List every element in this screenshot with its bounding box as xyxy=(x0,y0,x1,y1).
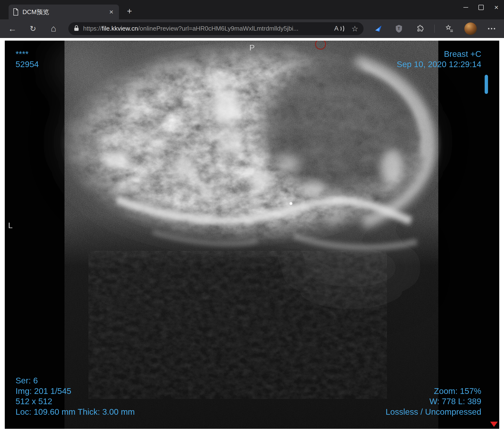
address-bar-actions: A ☆ xyxy=(334,24,358,33)
tab-close-button[interactable]: × xyxy=(107,8,116,16)
slice-location: Loc: 109.60 mm Thick: 3.00 mm xyxy=(16,407,135,417)
lock-icon[interactable] xyxy=(73,25,79,33)
maximize-button[interactable] xyxy=(473,0,489,15)
compression-info: Lossless / Uncompressed xyxy=(386,407,481,417)
overlay-top-left: **** 52954 xyxy=(16,49,39,70)
maximize-icon xyxy=(478,5,484,10)
new-tab-button[interactable]: + xyxy=(124,6,135,17)
svg-text:T: T xyxy=(398,27,400,31)
extension-icon-blue[interactable] xyxy=(373,23,384,34)
overlay-bottom-left: Ser: 6 Img: 201 1/545 512 x 512 Loc: 109… xyxy=(16,375,135,417)
overlay-top-right: Breast +C Sep 10, 2020 12:29:14 xyxy=(397,49,481,70)
browser-tab[interactable]: DCM预览 × xyxy=(9,5,119,19)
back-button[interactable]: ← xyxy=(7,23,18,34)
favorites-hub-icon[interactable] xyxy=(444,23,455,34)
extensions-puzzle-icon[interactable] xyxy=(414,23,425,34)
patient-name-masked: **** xyxy=(16,49,39,59)
zoom-level: Zoom: 157% xyxy=(386,386,481,396)
study-description: Breast +C xyxy=(397,49,481,59)
document-icon xyxy=(13,8,19,16)
dicom-canvas[interactable]: **** 52954 P L Breast +C Sep 10, 2020 12… xyxy=(5,41,499,429)
series-scroll-indicator[interactable] xyxy=(485,75,488,94)
orientation-marker-posterior: P xyxy=(249,43,255,52)
overlay-bottom-right: Zoom: 157% W: 778 L: 389 Lossless / Unco… xyxy=(386,386,481,417)
window-level: W: 778 L: 389 xyxy=(386,396,481,406)
tab-strip: DCM预览 × + × xyxy=(0,0,504,19)
close-button[interactable]: × xyxy=(489,0,504,15)
study-datetime: Sep 10, 2020 12:29:14 xyxy=(397,59,481,69)
shield-extension-icon[interactable]: T xyxy=(393,23,405,34)
orientation-marker-left: L xyxy=(8,221,13,230)
navigation-toolbar: ← ↻ ⌂ https://file.kkview.cn/onlinePrevi… xyxy=(0,19,504,38)
ellipsis-icon xyxy=(488,28,495,29)
minimize-button[interactable] xyxy=(458,0,473,15)
page-background: **** 52954 P L Breast +C Sep 10, 2020 12… xyxy=(0,38,504,430)
minimize-icon xyxy=(463,7,468,8)
read-aloud-icon[interactable]: A xyxy=(334,25,344,33)
toolbar-divider xyxy=(434,25,435,33)
more-menu-button[interactable] xyxy=(486,23,497,34)
home-button[interactable]: ⌂ xyxy=(48,23,59,34)
patient-id: 52954 xyxy=(16,59,39,69)
image-matrix: 512 x 512 xyxy=(16,396,135,406)
address-bar[interactable]: https://file.kkview.cn/onlinePreview?url… xyxy=(68,22,364,35)
series-number: Ser: 6 xyxy=(16,375,135,385)
scroll-down-arrow-icon[interactable] xyxy=(490,422,498,427)
tab-title: DCM预览 xyxy=(22,8,107,16)
image-number: Img: 201 1/545 xyxy=(16,386,135,396)
browser-window: DCM预览 × + × ← ↻ ⌂ https://file.kkview.cn… xyxy=(0,0,504,430)
url-text[interactable]: https://file.kkview.cn/onlinePreview?url… xyxy=(83,25,330,32)
profile-avatar[interactable] xyxy=(464,22,477,35)
refresh-button[interactable]: ↻ xyxy=(27,23,39,34)
mri-image xyxy=(5,41,499,429)
add-favorite-icon[interactable]: ☆ xyxy=(351,24,358,33)
window-controls: × xyxy=(458,0,504,15)
